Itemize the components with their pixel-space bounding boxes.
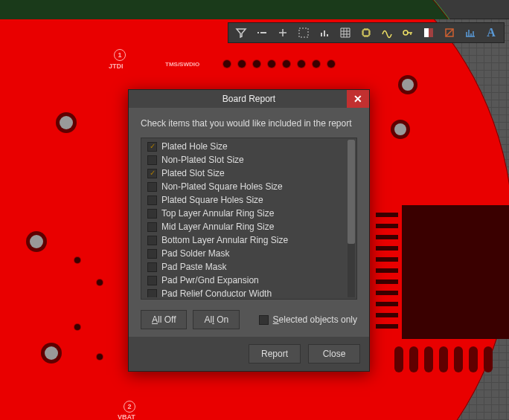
pcb-slot [394, 346, 403, 372]
report-item-label: Pad Paste Mask [161, 262, 226, 272]
svg-rect-5 [327, 34, 328, 36]
report-item-checkbox[interactable]: Non-Plated Square Holes Size [143, 180, 346, 193]
pcb-via [313, 60, 320, 68]
silkscreen-pin-circle: 2 [124, 401, 135, 413]
report-item-checkbox[interactable]: Non-Plated Slot Size [143, 153, 346, 167]
report-item-checkbox[interactable]: Pad Pwr/Gnd Expansion [143, 274, 346, 287]
tab-pcb-doc[interactable]: Bluetooth_Sentinel.PcbDoc * [0, 0, 127, 19]
align-icon[interactable] [254, 25, 270, 41]
filter-icon[interactable] [233, 25, 249, 41]
pcb-via [283, 60, 290, 68]
pcb-via [74, 257, 80, 263]
all-off-button[interactable]: All Off [141, 310, 187, 329]
selected-objects-only-checkbox[interactable]: Selected objects only [259, 314, 357, 325]
board-report-dialog: Board Report ✕ Check items that you woul… [128, 89, 370, 372]
layers-icon[interactable] [441, 25, 458, 41]
pcb-hole [402, 79, 414, 91]
close-icon: ✕ [353, 93, 362, 105]
report-item-label: Top Layer Annular Ring Size [161, 208, 274, 219]
pcb-slot [484, 346, 493, 372]
svg-rect-2 [299, 28, 308, 37]
report-item-label: Bottom Layer Annular Ring Size [161, 235, 288, 245]
report-item-checkbox[interactable]: Pad Solder Mask [143, 247, 346, 260]
report-item-label: Mid Layer Annular Ring Size [161, 222, 274, 232]
pcb-slot [424, 346, 433, 372]
report-items-list[interactable]: ✓Plated Hole SizeNon-Plated Slot Size✓Pl… [143, 140, 346, 297]
scrollbar-thumb[interactable] [348, 140, 355, 244]
text-icon[interactable]: A [483, 25, 499, 41]
close-button[interactable]: Close [308, 344, 360, 364]
select-rect-icon[interactable] [295, 25, 312, 41]
checkbox-icon [147, 209, 157, 219]
report-item-checkbox[interactable]: Pad Relief Conductor Width [143, 287, 346, 297]
bars-icon[interactable] [316, 25, 333, 41]
checkbox-icon [147, 222, 157, 232]
dialog-titlebar[interactable]: Board Report ✕ [129, 90, 369, 108]
pcb-hole [45, 346, 58, 360]
pcb-trace [376, 313, 398, 317]
pcb-trace [376, 324, 398, 329]
report-item-label: Plated Square Holes Size [161, 195, 263, 205]
pcb-via [253, 60, 260, 68]
checkbox-icon [147, 182, 157, 192]
report-item-checkbox[interactable]: Pad Paste Mask [143, 260, 346, 274]
report-item-label: Plated Hole Size [161, 141, 228, 152]
pcb-trace [376, 246, 398, 251]
report-items-panel: ✓Plated Hole SizeNon-Plated Slot Size✓Pl… [141, 138, 357, 300]
dialog-close-button[interactable]: ✕ [347, 90, 369, 108]
checkbox-icon [147, 262, 157, 272]
silkscreen-label: TMS/SWDIO [165, 61, 199, 68]
report-item-checkbox[interactable]: Bottom Layer Annular Ring Size [143, 233, 346, 247]
silkscreen-label: VBAT [118, 413, 135, 420]
checkbox-icon [147, 236, 157, 245]
report-item-label: Pad Solder Mask [161, 248, 229, 259]
svg-point-7 [403, 30, 408, 35]
svg-rect-3 [321, 33, 322, 36]
report-item-checkbox[interactable]: ✓Plated Slot Size [143, 167, 346, 180]
pcb-trace [376, 291, 398, 295]
all-on-button[interactable]: All On [193, 310, 240, 329]
dialog-title: Board Report [223, 94, 275, 104]
report-button[interactable]: Report [249, 344, 301, 364]
pcb-hole [60, 116, 73, 129]
grid-icon[interactable] [337, 25, 353, 41]
view-toolbar: A [228, 22, 505, 43]
checkbox-icon [147, 155, 157, 165]
contrast-icon[interactable] [420, 25, 437, 41]
document-tabs: Bluetooth_Sentinel.PcbDoc * Bluetooth_Se… [0, 0, 509, 19]
svg-rect-1 [260, 32, 266, 33]
checkbox-icon [147, 249, 157, 259]
wave-icon[interactable] [379, 25, 395, 41]
pcb-slot [469, 346, 478, 372]
pcb-slot [439, 346, 448, 372]
report-item-label: Pad Relief Conductor Width [161, 288, 272, 297]
report-item-label: Pad Pwr/Gnd Expansion [161, 275, 259, 285]
svg-rect-8 [424, 28, 429, 37]
scrollbar[interactable] [348, 140, 355, 297]
pcb-slot [454, 346, 463, 372]
report-item-checkbox[interactable]: Top Layer Annular Ring Size [143, 207, 346, 220]
plus-icon[interactable] [275, 25, 291, 41]
pcb-trace [376, 302, 398, 306]
report-item-checkbox[interactable]: Plated Square Holes Size [143, 193, 346, 207]
dialog-toggle-row: All Off All On Selected objects only [141, 310, 357, 329]
pcb-hole [30, 235, 43, 248]
report-item-label: Non-Plated Square Holes Size [161, 181, 283, 192]
chip-icon[interactable] [358, 25, 374, 41]
report-item-checkbox[interactable]: ✓Plated Hole Size [143, 140, 346, 153]
key-icon[interactable] [400, 25, 416, 41]
pcb-via [298, 60, 305, 68]
dialog-body: Check items that you would like included… [129, 108, 369, 337]
pcb-ic [402, 205, 509, 339]
pcb-via [223, 60, 231, 68]
pcb-trace [376, 268, 398, 273]
pcb-slot [409, 346, 418, 372]
svg-rect-9 [429, 28, 433, 37]
report-item-checkbox[interactable]: Mid Layer Annular Ring Size [143, 220, 346, 233]
pcb-hole [394, 123, 406, 135]
svg-rect-0 [257, 32, 259, 33]
pcb-trace [376, 257, 398, 262]
pcb-trace [376, 224, 398, 228]
pcb-via [97, 280, 103, 285]
chart-icon[interactable] [462, 25, 478, 41]
